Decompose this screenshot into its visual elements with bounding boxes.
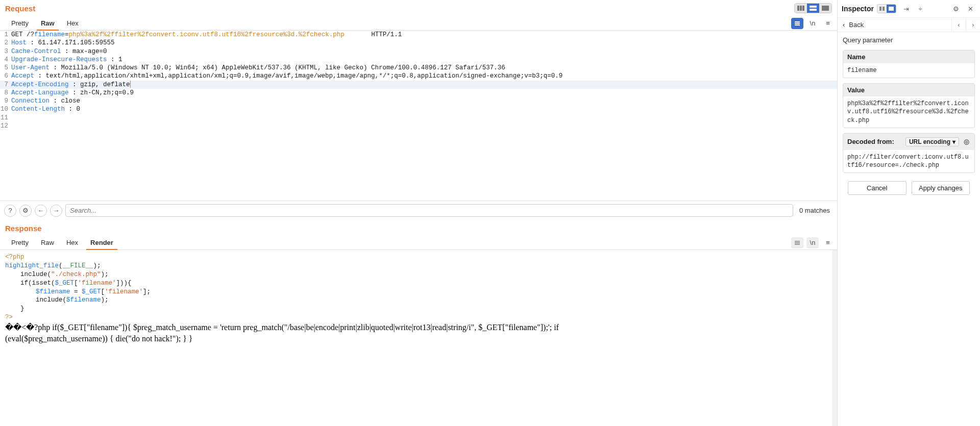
svg-rect-1 (800, 6, 802, 11)
newline-icon[interactable]: \n (806, 18, 819, 29)
code-text: $_GET (55, 280, 75, 287)
close-icon[interactable]: ✕ (965, 3, 976, 14)
svg-rect-12 (879, 7, 881, 11)
prev-icon[interactable]: ← (35, 205, 47, 217)
divide-icon[interactable]: ÷ (915, 3, 926, 14)
code-line[interactable]: 3Cache-Control : max-age=0 (0, 47, 837, 56)
code-line[interactable]: 10Content-Length : 0 (0, 105, 837, 113)
svg-rect-3 (810, 6, 817, 8)
line-number: 1 (0, 31, 11, 39)
search-input[interactable] (65, 204, 793, 217)
svg-rect-14 (889, 7, 894, 11)
line-number: 12 (0, 122, 11, 130)
code-text: __FILE__ (63, 262, 93, 269)
line-number: 7 (0, 81, 11, 89)
resp-tab-render[interactable]: Render (84, 236, 119, 249)
decoded-label: Decoded from: (847, 138, 894, 145)
apply-button[interactable]: Apply changes (912, 181, 970, 195)
decode-method-select[interactable]: URL encoding▾ (905, 137, 959, 146)
chevron-down-icon: ▾ (952, 138, 955, 145)
inspector-section-label: Query parameter (843, 36, 975, 44)
resp-tab-hex[interactable]: Hex (60, 236, 84, 249)
code-text: include( (5, 296, 66, 304)
response-title: Response (5, 224, 832, 233)
code-text: $filename (66, 296, 101, 304)
decode-method-value: URL encoding (909, 138, 950, 145)
line-content[interactable]: Cache-Control : max-age=0 (11, 47, 837, 56)
code-line[interactable]: 5User-Agent : Mozilla/5.0 (Windows NT 10… (0, 64, 837, 72)
line-content[interactable]: User-Agent : Mozilla/5.0 (Windows NT 10.… (11, 64, 837, 72)
decoded-value[interactable]: php://filter/convert.iconv.utf8.utf16/re… (843, 150, 974, 172)
code-text: = (70, 288, 82, 295)
scrollbar[interactable] (832, 250, 837, 426)
layout-split-icon[interactable] (807, 4, 819, 13)
value-field-value[interactable]: php%3a%2f%2ffilter%2fconvert.iconv.utf8.… (843, 96, 974, 128)
request-editor[interactable]: 1GET /?filename=php%3a%2f%2ffilter%2fcon… (0, 31, 837, 201)
line-content[interactable]: GET /?filename=php%3a%2f%2ffilter%2fconv… (11, 31, 837, 39)
insp-layout-b-icon[interactable] (887, 5, 896, 13)
settings-icon[interactable]: ⚙ (950, 3, 962, 14)
resp-tab-pretty[interactable]: Pretty (5, 236, 35, 249)
line-number: 2 (0, 39, 11, 47)
line-content[interactable]: Accept : text/html,application/xhtml+xml… (11, 72, 837, 80)
code-text: ); (101, 296, 109, 304)
tab-raw[interactable]: Raw (35, 16, 61, 30)
line-number: 6 (0, 72, 11, 80)
svg-rect-4 (810, 9, 817, 11)
hamburger-icon[interactable]: ≡ (822, 18, 834, 29)
line-content[interactable]: Upgrade-Insecure-Requests : 1 (11, 56, 837, 64)
back-button[interactable]: ‹Back (838, 18, 951, 32)
resp-tab-raw[interactable]: Raw (35, 236, 60, 249)
code-text: include( (5, 271, 51, 278)
code-text: <?php (5, 254, 24, 261)
code-text: ); (101, 271, 109, 278)
line-content[interactable]: Host : 61.147.171.105:59555 (11, 39, 837, 47)
line-content[interactable] (11, 122, 837, 130)
collapse-icon[interactable]: ⇥ (900, 3, 912, 14)
gear-icon[interactable]: ⚙ (19, 205, 32, 217)
next-icon[interactable]: → (50, 205, 62, 217)
line-content[interactable]: Connection : close (11, 97, 837, 105)
actions-icon[interactable] (791, 18, 803, 29)
name-field-value[interactable]: filename (843, 63, 974, 78)
code-line[interactable]: 9Connection : close (0, 97, 837, 105)
layout-columns-icon[interactable] (795, 4, 807, 13)
line-content[interactable]: Accept-Encoding : gzip, deflate (11, 81, 837, 89)
line-content[interactable]: Content-Length : 0 (11, 105, 837, 113)
cancel-button[interactable]: Cancel (848, 181, 906, 195)
svg-rect-5 (822, 6, 829, 11)
code-line[interactable]: 1GET /?filename=php%3a%2f%2ffilter%2fcon… (0, 31, 837, 39)
line-content[interactable] (11, 114, 837, 122)
nav-next-icon[interactable]: › (966, 18, 980, 32)
response-render[interactable]: <?php highlight_file(__FILE__); include(… (0, 250, 837, 426)
help-icon[interactable]: ? (4, 205, 16, 217)
code-line[interactable]: 6Accept : text/html,application/xhtml+xm… (0, 72, 837, 80)
render-tail-text: ��<�?php if($_GET["filename"]){ $preg_ma… (5, 322, 592, 344)
tab-hex[interactable]: Hex (61, 16, 85, 30)
layout-toggle[interactable] (794, 3, 832, 13)
line-content[interactable]: Accept-Language : zh-CN,zh;q=0.9 (11, 89, 837, 97)
resp-hamburger-icon[interactable]: ≡ (822, 237, 834, 248)
svg-rect-9 (795, 241, 800, 242)
layout-single-icon[interactable] (819, 4, 831, 13)
inspector-layout-toggle[interactable] (877, 4, 896, 13)
code-line[interactable]: 7Accept-Encoding : gzip, deflate (0, 81, 837, 89)
insp-layout-a-icon[interactable] (877, 5, 887, 13)
code-text: "./check.php" (51, 271, 101, 278)
resp-newline-icon[interactable]: \n (806, 237, 819, 248)
code-line[interactable]: 12 (0, 122, 837, 130)
target-icon[interactable]: ◎ (962, 136, 970, 147)
chevron-left-icon: ‹ (843, 21, 845, 29)
nav-prev-icon[interactable]: ‹ (951, 18, 966, 32)
code-line[interactable]: 8Accept-Language : zh-CN,zh;q=0.9 (0, 89, 837, 97)
code-text: highlight_file (5, 262, 59, 269)
line-number: 9 (0, 97, 11, 105)
inspector-title: Inspector (842, 5, 874, 13)
code-line[interactable]: 11 (0, 114, 837, 122)
code-line[interactable]: 2Host : 61.147.171.105:59555 (0, 39, 837, 47)
tab-pretty[interactable]: Pretty (5, 16, 35, 30)
code-text: $filename (36, 288, 70, 295)
resp-actions-icon[interactable] (791, 237, 803, 248)
svg-rect-6 (795, 21, 800, 22)
code-line[interactable]: 4Upgrade-Insecure-Requests : 1 (0, 56, 837, 64)
